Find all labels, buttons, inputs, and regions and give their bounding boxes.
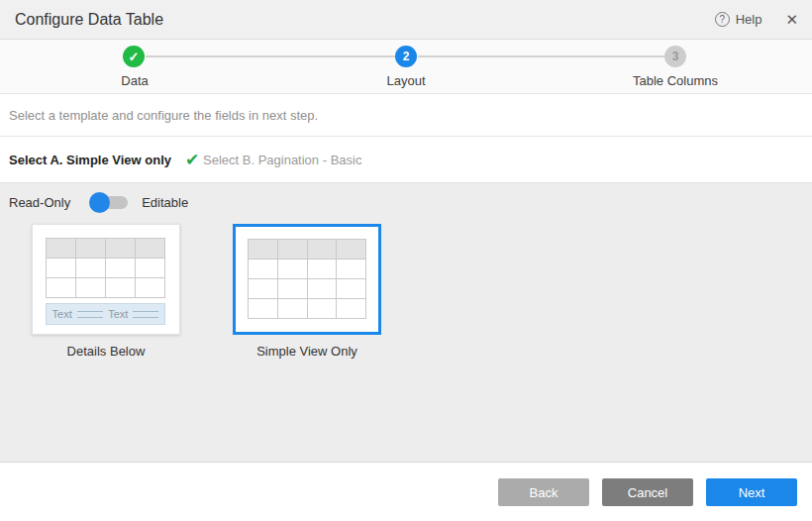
stepper-connector-1	[146, 55, 395, 57]
wizard-stepper: ✓ 2 3 Data Layout Table Columns	[0, 40, 812, 94]
mode-toggle-row: Read-Only Editable	[0, 183, 812, 210]
details-below-label: Details Below	[67, 344, 146, 359]
table-graphic-cell	[136, 278, 165, 298]
help-label: Help	[736, 12, 762, 27]
dialog-footer: Back Cancel Next	[0, 462, 812, 521]
details-below-card[interactable]: Text Text	[32, 224, 180, 335]
detail-field-2-label: Text	[108, 308, 128, 320]
step-data-circle[interactable]: ✓	[123, 46, 145, 67]
table-graphic-cell	[106, 259, 136, 278]
template-hint-row: Select a template and configure the fiel…	[0, 94, 812, 137]
table-graphic-cell	[308, 299, 338, 319]
step-table-columns-label: Table Columns	[633, 73, 718, 88]
table-graphic-cell	[76, 259, 106, 278]
table-graphic-cell	[47, 239, 76, 259]
table-graphic-cell	[76, 239, 106, 259]
layout-content-area: Read-Only Editable Text Text	[0, 183, 812, 462]
select-option-a[interactable]: Select A. Simple View only	[9, 153, 171, 167]
details-below-table-graphic	[46, 238, 165, 298]
help-icon: ?	[715, 12, 730, 27]
step-data-label: Data	[121, 73, 148, 88]
table-graphic-cell	[337, 240, 366, 260]
table-graphic-cell	[337, 279, 366, 299]
table-graphic-cell	[47, 278, 76, 298]
table-graphic-cell	[278, 299, 308, 319]
table-graphic-cell	[278, 260, 308, 279]
table-graphic-cell	[76, 278, 106, 298]
table-graphic-cell	[308, 279, 338, 299]
simple-view-only-table-graphic	[248, 239, 366, 319]
step-complete-icon: ✓	[129, 50, 140, 64]
detail-field-2: Text	[108, 308, 158, 320]
table-graphic-cell	[136, 239, 165, 259]
dialog-header: Configure Data Table ? Help ✕	[0, 0, 812, 40]
select-option-b[interactable]: Select B. Pagination - Basic	[203, 153, 361, 167]
table-graphic-cell	[47, 259, 76, 278]
table-graphic-cell	[249, 240, 278, 260]
step-table-columns-circle[interactable]: 3	[664, 46, 686, 67]
detail-field-1-label: Text	[52, 308, 72, 320]
table-graphic-cell	[249, 260, 278, 279]
editable-label: Editable	[142, 195, 188, 210]
table-graphic-cell	[337, 299, 366, 319]
template-select-row: Select A. Simple View only ✔ Select B. P…	[0, 137, 812, 183]
step-layout-circle[interactable]: 2	[395, 46, 417, 67]
configure-data-table-dialog: Configure Data Table ? Help ✕ ✓ 2 3 Data…	[0, 0, 812, 462]
detail-field-1-lines-icon	[77, 311, 103, 318]
table-graphic-cell	[278, 279, 308, 299]
dialog-title: Configure Data Table	[15, 11, 163, 29]
template-simple-view-only: Simple View Only	[233, 224, 381, 359]
stepper-connector-2	[418, 55, 664, 57]
selected-check-icon: ✔	[185, 152, 199, 168]
template-hint-text: Select a template and configure the fiel…	[9, 108, 318, 123]
table-graphic-cell	[308, 260, 338, 279]
table-graphic-cell	[106, 239, 136, 259]
toggle-thumb	[89, 192, 110, 213]
detail-field-1: Text	[52, 308, 103, 320]
help-button[interactable]: ? Help	[715, 12, 762, 27]
table-graphic-cell	[136, 259, 165, 278]
details-below-detail-strip: Text Text	[46, 303, 165, 325]
simple-view-only-label: Simple View Only	[256, 344, 357, 359]
template-cards-row: Text Text Details Below Simple	[0, 224, 812, 359]
close-icon[interactable]: ✕	[785, 11, 798, 29]
table-graphic-cell	[278, 240, 308, 260]
table-graphic-cell	[308, 240, 338, 260]
next-button[interactable]: Next	[706, 478, 797, 506]
table-graphic-cell	[249, 299, 278, 319]
table-graphic-cell	[249, 279, 278, 299]
step-layout-label: Layout	[386, 73, 425, 88]
read-only-editable-toggle[interactable]	[92, 196, 128, 209]
table-graphic-cell	[337, 260, 366, 279]
table-graphic-cell	[106, 278, 136, 298]
template-details-below: Text Text Details Below	[32, 224, 180, 359]
back-button[interactable]: Back	[498, 478, 589, 506]
detail-field-2-lines-icon	[133, 311, 158, 318]
cancel-button[interactable]: Cancel	[602, 478, 693, 506]
simple-view-only-card[interactable]	[233, 224, 381, 335]
read-only-label: Read-Only	[9, 195, 70, 210]
